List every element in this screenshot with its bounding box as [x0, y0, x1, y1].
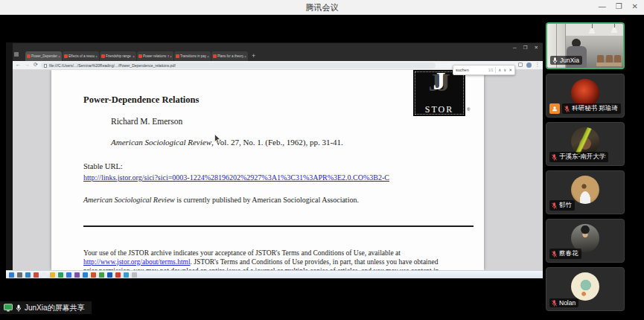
host-person-badge-icon [549, 103, 560, 114]
browser-tab[interactable]: Friendship range and soc × [100, 51, 136, 61]
new-tab-button[interactable]: + [252, 51, 255, 61]
browser-menu-icon[interactable]: ⋮ [535, 62, 541, 68]
journal-citation: , Vol. 27, No. 1. (Feb., 1962), pp. 31-4… [211, 138, 343, 147]
publisher-line: American Sociological Review is currentl… [83, 196, 359, 204]
pdf-file-icon [138, 54, 142, 58]
divider-rule [83, 225, 474, 227]
participant-tile[interactable]: 郁竹 [546, 170, 625, 214]
participant-name: 郁竹 [559, 201, 572, 210]
close-button[interactable]: ✕ [632, 2, 638, 10]
taskbar-app-icon[interactable] [83, 272, 88, 278]
participant-name: JunXia [560, 57, 579, 64]
participant-tile[interactable]: 于溪东-南开大学 [546, 122, 625, 166]
tab-close-icon[interactable]: × [58, 54, 60, 59]
taskbar-app-icon[interactable] [50, 272, 55, 278]
taskbar-app-icon[interactable] [124, 272, 129, 278]
mic-muted-icon [552, 154, 557, 161]
browser-tab[interactable]: Effects of a resource dep × [63, 51, 99, 61]
browser-close-button[interactable]: ✕ [535, 45, 538, 51]
participant-name: 于溪东-南开大学 [559, 153, 605, 161]
start-button-icon[interactable] [9, 272, 14, 278]
taskbar-app-icon[interactable] [132, 272, 137, 278]
browser-tab[interactable]: Power_Dependence_relatio × [25, 51, 62, 61]
find-prev-icon[interactable]: ∧ [498, 68, 501, 72]
participant-tile[interactable]: 科研秘书 郑瑜琦 [546, 74, 625, 118]
taskbar-app-icon[interactable] [107, 272, 112, 278]
participant-tile[interactable]: Nolan [546, 267, 625, 311]
mic-on-icon [16, 304, 22, 312]
windows-taskbar[interactable] [6, 270, 543, 278]
search-icon[interactable] [17, 272, 22, 278]
share-banner-text: JunXia的屏幕共享 [25, 303, 85, 313]
participant-tile[interactable]: 蔡春花 [546, 219, 625, 263]
logo-stor: STOR [413, 104, 465, 115]
registered-mark: ® [467, 107, 470, 112]
mouse-cursor-icon [214, 134, 221, 144]
tab-close-icon[interactable]: × [207, 54, 209, 59]
participant-name: 蔡春花 [559, 249, 578, 258]
tab-close-icon[interactable]: × [133, 54, 135, 59]
participant-label: 于溪东-南开大学 [549, 152, 608, 162]
participant-label: Nolan [549, 298, 578, 307]
taskbar-app-icon[interactable] [58, 272, 63, 278]
divider [495, 67, 496, 73]
tab-label: Plans for a theory of soc [217, 54, 243, 58]
back-icon[interactable]: ← [16, 62, 21, 68]
participant-label: 郁竹 [549, 200, 575, 211]
extensions-icon[interactable] [518, 63, 523, 67]
taskbar-app-icon[interactable] [42, 272, 47, 278]
browser-tab[interactable]: Power relations: mutual d × [137, 51, 173, 61]
taskbar-app-icon[interactable] [25, 272, 31, 278]
meeting-window: 腾讯会议 — ❐ ✕ Power_Dependence_relatio × Ef… [0, 0, 644, 320]
file-icon [44, 64, 47, 68]
mic-muted-icon [552, 300, 557, 307]
screen-share-banner: JunXia的屏幕共享 [0, 301, 92, 314]
terms-line-1: Your use of the JSTOR archive indicates … [83, 249, 401, 257]
find-close-icon[interactable]: ✕ [508, 68, 512, 72]
taskbar-app-icon[interactable] [74, 272, 80, 278]
terms-link[interactable]: http://www.jstor.org/about/terms.html [83, 258, 191, 266]
tab-close-icon[interactable]: × [170, 54, 172, 59]
pdf-file-icon [176, 54, 179, 58]
paper-journal-line: American Sociological Review, Vol. 27, N… [111, 138, 343, 147]
participant-label: 蔡春花 [549, 249, 581, 259]
taskbar-app-icon[interactable] [91, 272, 96, 278]
mic-muted-icon [552, 202, 557, 209]
tab-label: Power relations: mutual d [143, 54, 169, 58]
pdf-viewer[interactable]: Power-Dependence Relations Richard M. Em… [13, 70, 543, 270]
jstor-logo: J STOR [413, 70, 465, 116]
find-next-icon[interactable]: ∨ [503, 68, 506, 72]
paper-title: Power-Dependence Relations [83, 95, 199, 106]
taskbar-app-icon[interactable] [34, 272, 39, 278]
journal-name: American Sociological Review [83, 196, 175, 204]
url-text: file:///C:/Users/…/Seminar%20Reading/…/P… [49, 63, 176, 68]
address-bar[interactable]: file:///C:/Users/…/Seminar%20Reading/…/P… [41, 63, 436, 68]
pdf-file-icon [27, 54, 31, 58]
avatar [571, 272, 599, 301]
browser-app-icon [14, 52, 19, 57]
tab-close-icon[interactable]: × [95, 54, 98, 59]
restore-button[interactable]: ❐ [616, 2, 622, 10]
minimize-button[interactable]: — [599, 2, 606, 10]
stable-url-link[interactable]: http://links.jstor.org/sici?sici=0003-12… [83, 173, 389, 182]
participant-tile-junxia[interactable]: JunXia [546, 22, 625, 69]
pdf-file-icon [213, 54, 217, 58]
profile-avatar-icon[interactable] [526, 63, 532, 68]
reload-icon[interactable]: ⟳ [34, 62, 38, 68]
terms-line-2: http://www.jstor.org/about/terms.html. J… [83, 258, 438, 266]
tab-label: Power_Dependence_relatio [31, 54, 57, 58]
paper-author: Richard M. Emerson [111, 117, 182, 126]
mic-on-icon [552, 57, 558, 64]
browser-tab[interactable]: Transitions in payment an × [174, 51, 211, 61]
meeting-title: 腾讯会议 [0, 2, 644, 13]
taskbar-app-icon[interactable] [66, 272, 71, 278]
taskbar-app-icon[interactable] [99, 272, 104, 278]
forward-icon[interactable]: → [25, 62, 30, 68]
browser-tab[interactable]: Plans for a theory of soc × [211, 51, 248, 61]
taskbar-app-icon[interactable] [115, 272, 121, 278]
browser-restore-button[interactable]: ❐ [523, 45, 528, 51]
find-match-count: 1/1 [488, 68, 493, 72]
find-query-input[interactable]: suchen [456, 68, 486, 72]
tab-close-icon[interactable]: × [244, 54, 246, 59]
browser-minimize-button[interactable]: ─ [513, 45, 517, 51]
